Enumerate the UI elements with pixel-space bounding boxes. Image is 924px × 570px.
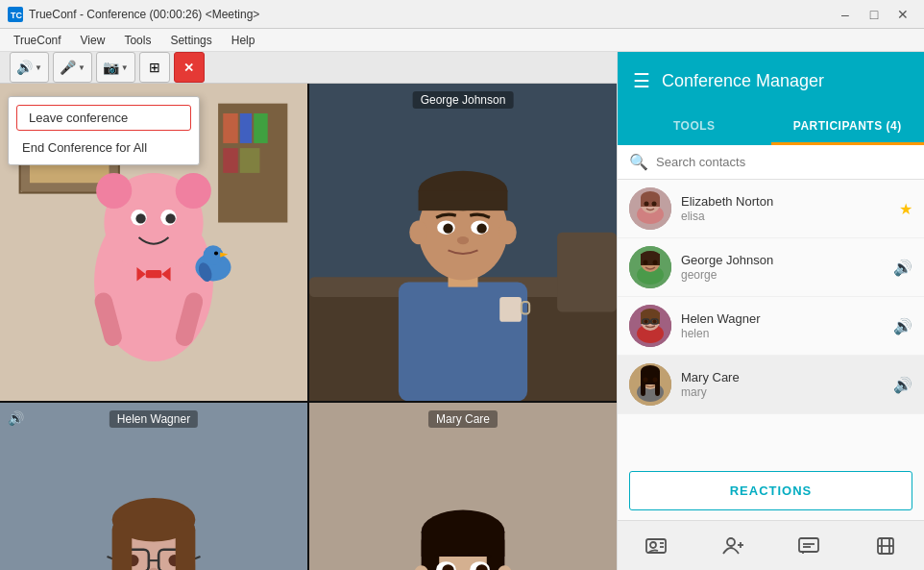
svg-rect-46 [499,297,522,322]
mic-dropdown-chevron: ▼ [78,63,85,72]
svg-rect-123 [799,538,818,552]
participant-name-mary: Mary Care [681,370,884,384]
camera-dropdown-chevron: ▼ [121,63,129,72]
svg-rect-62 [176,520,196,570]
menu-bar: TrueConf View Tools Settings Help [0,29,924,52]
close-button[interactable]: ✕ [889,5,916,24]
menu-trueconf[interactable]: TrueConf [4,32,71,49]
participant-name-george: George Johnson [681,253,884,267]
menu-help[interactable]: Help [222,32,265,49]
participant-item-helen[interactable]: Helen Wagner helen 🔊 [618,297,924,356]
video-cell-helen: 🔊 Helen Wagner [0,403,307,570]
star-icon-elizabeth: ★ [899,200,912,218]
participant-status-helen: 🔊 [893,317,912,335]
svg-rect-87 [641,197,660,207]
svg-text:TC: TC [11,11,22,20]
minimize-button[interactable]: – [832,5,859,24]
leave-dropdown-menu: Leave conference End Conference for All [8,96,200,165]
microphone-button[interactable]: 🎤 ▼ [53,52,92,83]
svg-point-45 [457,236,469,244]
participant-name-elizabeth: Elizabeth Norton [681,194,889,209]
speaker-button[interactable]: 🔊 ▼ [10,52,49,83]
svg-point-88 [644,202,649,207]
svg-rect-38 [419,190,508,211]
participant-status-mary: 🔊 [893,376,912,394]
svg-rect-10 [223,148,237,173]
svg-point-89 [652,202,657,207]
svg-point-40 [498,220,517,244]
screen-share-icon: ⊞ [149,60,160,75]
menu-settings[interactable]: Settings [160,32,221,49]
contact-card-button[interactable] [637,527,675,565]
participant-status-elizabeth: ★ [899,200,912,218]
svg-rect-73 [422,533,505,558]
participant-info-elizabeth: Elizabeth Norton elisa [681,194,889,223]
app-icon: TC [8,7,23,22]
svg-point-18 [96,173,132,209]
tab-participants[interactable]: PARTICIPANTS (4) [771,110,925,145]
svg-rect-33 [557,233,617,312]
search-input[interactable] [656,155,912,169]
helen-label: Helen Wagner [109,410,198,428]
svg-rect-27 [146,270,162,278]
avatar-mary [629,363,671,406]
end-conference-item[interactable]: End Conference for All [9,135,199,161]
participant-username-george: george [681,268,884,282]
svg-point-96 [653,260,658,265]
hamburger-icon[interactable]: ☰ [633,69,650,92]
video-area: 🔊 ▼ 🎤 ▼ 📷 ▼ ⊞ ✕ Leave confe [0,52,617,570]
screen-share-button[interactable]: ⊞ [139,52,170,83]
toolbar: 🔊 ▼ 🎤 ▼ 📷 ▼ ⊞ ✕ Leave confe [0,52,617,84]
svg-rect-113 [655,371,660,396]
speaking-icon-helen: 🔊 [893,317,912,335]
camera-button[interactable]: 📷 ▼ [96,52,135,83]
bottom-toolbar [618,520,924,570]
panel-title: Conference Manager [662,71,824,91]
svg-point-114 [644,378,648,383]
participant-item-mary[interactable]: Mary Care mary 🔊 [618,356,924,414]
reactions-button[interactable]: REACTIONS [629,471,912,510]
title-bar: TC TrueConf - Conference (00:00:26) <Mee… [0,0,924,29]
maximize-button[interactable]: □ [861,5,888,24]
svg-point-117 [650,542,656,548]
svg-point-16 [135,213,145,223]
menu-view[interactable]: View [71,32,115,49]
settings-button[interactable] [866,527,905,565]
end-call-icon: ✕ [183,61,194,75]
speaker-icon: 🔊 [16,60,33,75]
participants-list: Elizabeth Norton elisa ★ [618,180,924,461]
svg-point-115 [653,378,658,383]
participant-item-george[interactable]: George Johnson george 🔊 [618,238,924,297]
menu-tools[interactable]: Tools [114,32,160,49]
svg-rect-7 [223,113,237,143]
svg-point-44 [476,224,486,234]
participant-info-helen: Helen Wagner helen [681,311,884,340]
right-panel: ☰ Conference Manager TOOLS PARTICIPANTS … [617,52,924,570]
svg-point-95 [644,260,648,265]
leave-conference-item[interactable]: Leave conference [16,105,191,131]
svg-rect-112 [641,371,645,396]
participant-username-elizabeth: elisa [681,210,889,223]
participant-item-elizabeth[interactable]: Elizabeth Norton elisa ★ [618,180,924,238]
svg-rect-8 [240,113,252,143]
svg-rect-9 [254,113,267,143]
participant-username-mary: mary [681,385,884,399]
main-container: 🔊 ▼ 🎤 ▼ 📷 ▼ ⊞ ✕ Leave confe [0,52,924,570]
avatar-helen [629,305,671,347]
window-title: TrueConf - Conference (00:00:26) <Meetin… [29,8,832,21]
search-bar: 🔍 [618,145,924,180]
svg-point-17 [165,213,175,223]
svg-point-25 [214,251,218,255]
svg-rect-11 [240,148,260,173]
end-call-button[interactable]: ✕ [174,52,205,83]
svg-point-19 [176,173,211,209]
chat-button[interactable] [790,527,828,565]
tab-tools[interactable]: TOOLS [618,110,771,145]
svg-point-43 [443,224,452,234]
participant-info-george: George Johnson george [681,253,884,282]
panel-header: ☰ Conference Manager [618,52,924,110]
camera-icon: 📷 [103,60,119,75]
microphone-icon: 🎤 [60,60,76,75]
add-participant-button[interactable] [714,527,752,565]
svg-point-105 [644,320,648,324]
